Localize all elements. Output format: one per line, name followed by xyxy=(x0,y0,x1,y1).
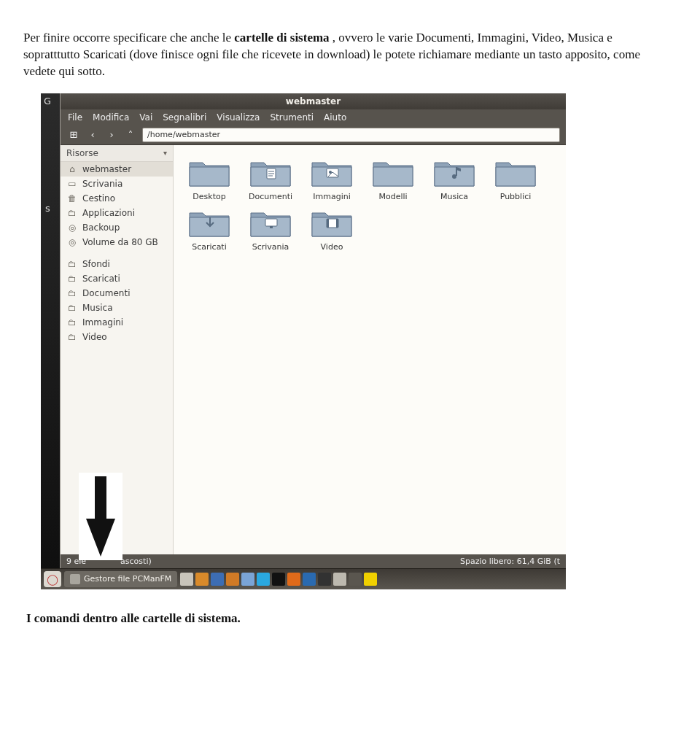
footer-heading: I comandi dentro alle cartelle di sistem… xyxy=(26,611,677,626)
svg-rect-11 xyxy=(336,219,338,228)
sidebar-item-musica[interactable]: 🗀Musica xyxy=(61,301,173,315)
intro-paragraph: Per finire occorre specificare che anche… xyxy=(23,30,665,80)
taskbar: ◯ Gestore file PCManFM xyxy=(41,568,566,589)
folder-icon xyxy=(309,154,354,189)
svg-rect-7 xyxy=(265,219,277,226)
taskbar-app-button[interactable]: Gestore file PCManFM xyxy=(64,571,177,587)
sidebar-item-label: Volume da 80 GB xyxy=(82,237,158,247)
file-manager-window: webmaster File Modifica Vai Segnalibri V… xyxy=(60,93,566,569)
back-button[interactable]: ‹ xyxy=(85,128,100,142)
folder-scaricati[interactable]: Scaricati xyxy=(179,204,239,252)
sidebar-item-immagini[interactable]: 🗀Immagini xyxy=(61,315,173,330)
sidebar-item-scaricati[interactable]: 🗀Scaricati xyxy=(61,271,173,286)
desktop-left-strip: G s xyxy=(41,93,60,589)
taskbar-record-icon[interactable] xyxy=(318,573,331,586)
taskbar-monitor-icon[interactable] xyxy=(364,573,377,586)
sidebar-item-label: Immagini xyxy=(82,317,123,328)
taskbar-settings-icon[interactable] xyxy=(333,573,346,586)
taskbar-chat-icon[interactable] xyxy=(226,573,239,586)
taskbar-volume-icon[interactable] xyxy=(349,573,362,586)
folder-icon xyxy=(493,154,538,189)
menu-modifica[interactable]: Modifica xyxy=(93,112,129,123)
sidebar-item-label: Applicazioni xyxy=(82,208,135,218)
new-tab-button[interactable]: ⊞ xyxy=(66,128,81,142)
folder-icon: 🗀 xyxy=(66,288,78,298)
taskbar-pager-icon[interactable] xyxy=(180,573,193,586)
sidebar-item-label: Sfondi xyxy=(82,259,110,269)
taskbar-mail-icon[interactable] xyxy=(211,573,224,586)
folder-label: Pubblici xyxy=(486,192,545,201)
desktop-side-letter: s xyxy=(45,203,50,214)
folder-icon: 🗀 xyxy=(66,303,78,313)
sidebar-item-label: Musica xyxy=(82,303,113,313)
disk-icon: ◎ xyxy=(66,237,78,247)
folder-icon: 🗀 xyxy=(66,259,78,269)
taskbar-people-icon[interactable] xyxy=(241,573,254,586)
menu-visualizza[interactable]: Visualizza xyxy=(217,112,260,123)
intro-bold: cartelle di sistema xyxy=(234,31,329,44)
sidebar-item-video[interactable]: 🗀Video xyxy=(61,330,173,344)
home-icon: ⌂ xyxy=(66,164,78,174)
folder-musica[interactable]: Musica xyxy=(424,154,484,201)
sidebar-item-cestino[interactable]: 🗑Cestino xyxy=(61,191,173,206)
taskbar-media-icon[interactable] xyxy=(303,573,316,586)
folder-label: Video xyxy=(302,242,362,252)
forward-button[interactable]: › xyxy=(104,128,119,142)
start-button[interactable]: ◯ xyxy=(44,571,61,587)
taskbar-skype-icon[interactable] xyxy=(257,573,270,586)
folder-icon xyxy=(309,204,354,239)
svg-rect-10 xyxy=(327,219,329,228)
folder-icon xyxy=(187,204,232,239)
taskbar-browser-icon[interactable] xyxy=(195,573,209,586)
sidebar-item-scrivania[interactable]: ▭Scrivania xyxy=(61,177,173,191)
sidebar-item-applicazioni[interactable]: 🗀Applicazioni xyxy=(61,206,173,220)
menu-segnalibri[interactable]: Segnalibri xyxy=(163,112,206,123)
overlay-arrow xyxy=(79,473,122,560)
window-titlebar[interactable]: webmaster xyxy=(61,93,566,109)
folder-modelli[interactable]: Modelli xyxy=(363,154,423,201)
menu-strumenti[interactable]: Strumenti xyxy=(270,112,314,123)
desktop-icon: ▭ xyxy=(66,179,78,189)
folder-icon xyxy=(370,154,416,189)
sidebar-item-volume-da-80-gb[interactable]: ◎Volume da 80 GB xyxy=(61,235,173,249)
sidebar-item-sfondi[interactable]: 🗀Sfondi xyxy=(61,257,173,271)
sidebar-item-label: Scrivania xyxy=(82,179,122,189)
folder-immagini[interactable]: Immagini xyxy=(302,154,362,201)
file-pane[interactable]: DesktopDocumentiImmaginiModelliMusicaPub… xyxy=(174,145,566,554)
desktop-badge: G xyxy=(44,96,51,106)
svg-point-6 xyxy=(452,174,456,179)
path-input[interactable]: /home/webmaster xyxy=(142,128,560,142)
sidebar-header-label: Risorse xyxy=(66,145,98,161)
sidebar-item-backoup[interactable]: ◎Backoup xyxy=(61,220,173,235)
disk-icon: ◎ xyxy=(66,222,78,233)
sidebar-header[interactable]: Risorse ▾ xyxy=(61,145,173,162)
toolbar: ⊞ ‹ › ˄ /home/webmaster xyxy=(61,125,566,145)
screenshot-container: G s webmaster File Modifica Vai Segnalib… xyxy=(41,93,566,589)
window-title: webmaster xyxy=(286,96,341,106)
svg-rect-8 xyxy=(270,226,273,228)
folder-icon: 🗀 xyxy=(66,274,78,284)
sidebar-item-label: Documenti xyxy=(82,288,131,298)
folder-scrivania[interactable]: Scrivania xyxy=(241,204,300,252)
menu-vai[interactable]: Vai xyxy=(139,112,152,123)
menubar: File Modifica Vai Segnalibri Visualizza … xyxy=(61,109,566,125)
folder-label: Scrivania xyxy=(241,242,300,252)
folder-pubblici[interactable]: Pubblici xyxy=(486,154,545,201)
folder-label: Immagini xyxy=(302,192,362,201)
folder-desktop[interactable]: Desktop xyxy=(179,154,239,201)
menu-file[interactable]: File xyxy=(68,112,82,123)
menu-aiuto[interactable]: Aiuto xyxy=(324,112,346,123)
file-manager-icon xyxy=(70,574,80,584)
taskbar-terminal-icon[interactable] xyxy=(272,573,285,586)
sidebar-item-documenti[interactable]: 🗀Documenti xyxy=(61,286,173,301)
folder-icon: 🗀 xyxy=(66,332,78,342)
intro-a: Per finire occorre specificare che anche… xyxy=(23,31,234,44)
folder-documenti[interactable]: Documenti xyxy=(241,154,300,201)
taskbar-burner-icon[interactable] xyxy=(287,573,300,586)
sidebar-item-webmaster[interactable]: ⌂webmaster xyxy=(61,162,173,177)
folder-icon xyxy=(432,154,477,189)
folder-video[interactable]: Video xyxy=(302,204,362,252)
fm-body: Risorse ▾ ⌂webmaster▭Scrivania🗑Cestino🗀A… xyxy=(61,145,566,554)
up-button[interactable]: ˄ xyxy=(123,128,138,142)
sidebar-item-label: webmaster xyxy=(82,164,131,174)
